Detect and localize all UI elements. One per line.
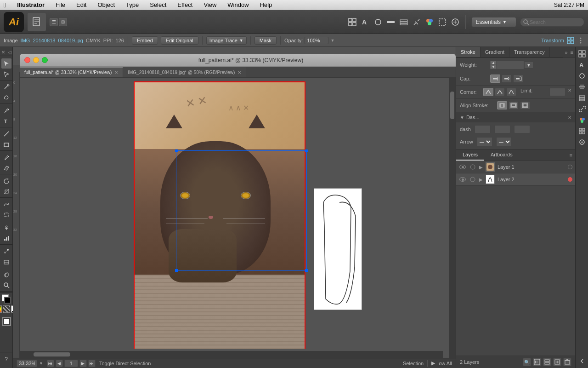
appearance-edge-btn[interactable]	[577, 137, 587, 147]
toolbar-search-input[interactable]	[520, 17, 584, 27]
layers-more-btn[interactable]: ≡	[567, 150, 575, 160]
layer-1-expand-btn[interactable]: ▶	[479, 165, 483, 170]
color-mode-btn[interactable]	[2, 317, 11, 326]
menu-object[interactable]: Object	[96, 1, 117, 8]
nav-last-btn[interactable]: ⏭	[88, 360, 96, 367]
arrange-edge-btn[interactable]	[577, 49, 587, 59]
layers-new-btn[interactable]	[553, 358, 561, 366]
hand-tool-btn[interactable]	[1, 270, 11, 280]
align-outside-btn[interactable]	[520, 101, 530, 109]
type-edge-btn[interactable]: A	[577, 60, 587, 70]
gradient-tab[interactable]: Gradient	[481, 47, 509, 57]
stroke-panel-more-btn[interactable]: »	[565, 50, 567, 55]
pen-tool-btn[interactable]	[1, 105, 11, 115]
stroke-weight-stepper[interactable]: ▲ ▼	[490, 61, 497, 69]
mask-button[interactable]: Mask	[254, 36, 277, 45]
toolbox-collapse-btn[interactable]: ◁	[8, 50, 11, 55]
pencil-tool-btn[interactable]	[1, 152, 11, 162]
stroke-weight-unit-btn[interactable]: ▼	[524, 62, 533, 69]
nav-next-btn[interactable]: ▶	[79, 360, 87, 367]
zoom-tool-btn[interactable]	[1, 280, 11, 290]
selection-tool-btn[interactable]	[1, 58, 11, 69]
stroke-edge-btn[interactable]	[577, 71, 587, 81]
layers-edge-btn[interactable]	[577, 93, 587, 103]
stroke-tab[interactable]: Stroke	[456, 47, 481, 57]
align-inside-btn[interactable]	[509, 101, 519, 109]
layer-1-visibility-btn[interactable]	[459, 163, 466, 171]
embed-button[interactable]: Embed	[132, 36, 158, 45]
layers-tab-btn[interactable]: Layers	[456, 150, 484, 161]
rect-tool-btn[interactable]	[1, 139, 11, 150]
menu-file[interactable]: File	[54, 1, 67, 8]
zoom-input[interactable]	[17, 360, 37, 367]
symbols-edge-btn[interactable]	[577, 126, 587, 136]
arrow-start-select[interactable]: —	[477, 137, 492, 146]
stroke-weight-up-btn[interactable]: ▲	[490, 61, 497, 65]
layers-delete-btn[interactable]	[563, 358, 571, 366]
type-tool-btn[interactable]: T	[1, 116, 11, 126]
stroke-limit-input[interactable]	[549, 88, 565, 96]
layer-2-expand-btn[interactable]: ▶	[479, 177, 483, 182]
tab-full-pattern-close[interactable]: ✕	[114, 70, 118, 75]
stroke-limit-close-btn[interactable]: ✕	[568, 88, 571, 96]
options-icon[interactable]	[577, 37, 584, 44]
document-profile-btn[interactable]	[28, 13, 46, 31]
align-edge-btn[interactable]	[577, 82, 587, 92]
status-play-btn[interactable]: ▶	[431, 360, 435, 366]
view-btn-1[interactable]: ☰	[50, 18, 58, 26]
layers-add-btn[interactable]	[533, 358, 541, 366]
vertical-scrollbar[interactable]	[449, 78, 456, 358]
eraser-tool-btn[interactable]	[1, 163, 11, 173]
rotate-tool-btn[interactable]	[1, 176, 11, 186]
scroll-thumb-vertical[interactable]	[450, 92, 454, 119]
menu-edit[interactable]: Edit	[74, 1, 88, 8]
align-center-btn[interactable]	[497, 101, 507, 109]
menu-illustrator[interactable]: Illustrator	[15, 1, 46, 8]
apple-logo[interactable]: 	[4, 1, 6, 9]
cap-butt-btn[interactable]	[490, 75, 500, 83]
menu-help[interactable]: Help	[258, 1, 274, 8]
cap-round-btn[interactable]	[502, 75, 512, 83]
direct-selection-tool-btn[interactable]	[1, 69, 11, 79]
blend-tool-btn[interactable]	[1, 246, 11, 256]
stroke-weight-down-btn[interactable]: ▼	[490, 65, 497, 69]
cap-square-btn[interactable]	[513, 75, 523, 83]
stroke-swatch[interactable]	[4, 297, 11, 304]
transform-options-icon[interactable]	[567, 37, 574, 44]
fill-stroke-selector[interactable]	[2, 294, 11, 304]
opacity-input[interactable]	[305, 37, 328, 44]
ctx-filename[interactable]: IMG_20140818_084019.jpg	[21, 38, 83, 43]
layers-search-btn[interactable]: 🔍	[523, 358, 531, 366]
links-edge-btn[interactable]	[577, 104, 587, 114]
nav-first-btn[interactable]: ⏮	[47, 360, 54, 367]
menu-effect[interactable]: Effect	[175, 1, 194, 8]
artboards-tab-btn[interactable]: Artboards	[484, 150, 519, 161]
help-btn[interactable]: ?	[1, 354, 11, 364]
layer-2-target-dot[interactable]	[568, 177, 572, 182]
dashed-panel-close-btn[interactable]: ✕	[568, 115, 571, 120]
stroke-panel-menu-btn[interactable]: ≡	[571, 50, 573, 55]
line-tool-btn[interactable]	[1, 129, 11, 139]
layer-2-row[interactable]: ▶ Layer 2	[456, 173, 575, 186]
layer-2-visibility-btn[interactable]	[459, 176, 466, 183]
menu-select[interactable]: Select	[148, 1, 168, 8]
workspace-selector[interactable]: Essentials ▼	[471, 17, 516, 27]
transparency-tab[interactable]: Transparency	[509, 47, 550, 57]
menu-view[interactable]: View	[202, 1, 218, 8]
tab-jpg-close[interactable]: ✕	[237, 70, 241, 75]
dash-input-2[interactable]	[494, 125, 510, 133]
toolbox-close-btn[interactable]: ✕	[1, 50, 5, 55]
layer-1-row[interactable]: ▶ Layer 1	[456, 161, 575, 173]
window-minimize-btn[interactable]	[33, 57, 39, 63]
corner-miter-btn[interactable]	[483, 88, 493, 96]
stroke-weight-input[interactable]	[497, 60, 524, 69]
warp-tool-btn[interactable]	[1, 199, 11, 209]
magic-wand-tool-btn[interactable]	[1, 82, 11, 92]
layer-1-target-dot[interactable]	[568, 165, 572, 169]
dashed-panel-header[interactable]: ▼ Das... ✕	[456, 112, 575, 122]
dash-input-1[interactable]	[475, 125, 491, 133]
puppet-warp-btn[interactable]	[1, 223, 11, 233]
image-trace-dropdown[interactable]: Image Trace ▼	[206, 36, 247, 45]
panels-toggle-btn[interactable]	[577, 356, 587, 366]
graph-tool-btn[interactable]	[1, 233, 11, 243]
